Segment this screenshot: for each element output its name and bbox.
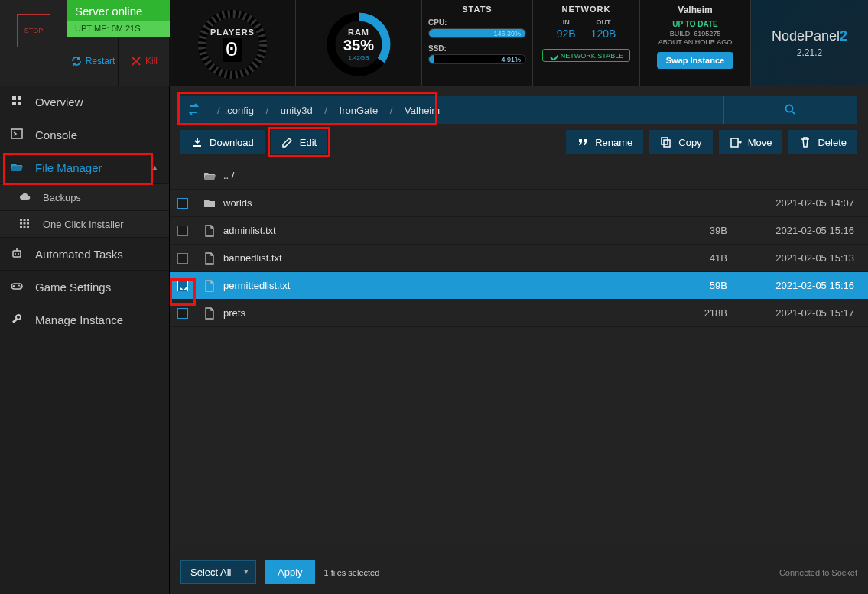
breadcrumb-segment[interactable]: unity3d <box>281 105 313 116</box>
network-title: NETWORK <box>533 5 639 14</box>
file-date: 2021-02-05 15:17 <box>727 307 857 319</box>
file-date: 2021-02-05 15:16 <box>727 280 857 291</box>
breadcrumb-segment[interactable]: Valheim <box>405 105 440 116</box>
main-panel: / .config / unity3d / IronGate / Valheim… <box>170 86 868 594</box>
edit-label: Edit <box>300 137 317 148</box>
file-row[interactable]: permittedlist.txt 59B 2021-02-05 15:16 <box>170 272 868 300</box>
file-date: 2021-02-05 14:07 <box>727 197 857 209</box>
players-gauge: PLAYERS 0 <box>170 0 296 86</box>
file-name: adminlist.txt <box>223 225 651 236</box>
path-swap-icon[interactable] <box>180 96 208 124</box>
net-out-label: OUT <box>591 18 616 26</box>
sidebar-item-label: Backups <box>43 192 81 203</box>
move-icon <box>730 136 742 148</box>
stats-title: STATS <box>428 5 526 14</box>
file-row[interactable]: prefs 218B 2021-02-05 15:17 <box>170 300 868 327</box>
breadcrumb-row: / .config / unity3d / IronGate / Valheim <box>180 96 857 124</box>
swap-instance-button[interactable]: Swap Instance <box>657 52 733 69</box>
stop-cell: STOP <box>0 0 67 86</box>
net-in-value: 92B <box>557 28 576 40</box>
file-row[interactable]: worlds 2021-02-05 14:07 <box>170 190 868 217</box>
edit-button[interactable]: Edit <box>271 130 327 154</box>
file-size: 218B <box>651 307 727 319</box>
search-button[interactable] <box>723 96 857 124</box>
file-name: worlds <box>223 197 651 209</box>
server-uptime: UPTIME: 0M 21S <box>67 21 170 37</box>
kill-button[interactable]: Kill <box>119 37 170 86</box>
grid-icon <box>11 95 24 109</box>
kill-label: Kill <box>145 56 158 67</box>
apply-button[interactable]: Apply <box>265 560 315 584</box>
download-button[interactable]: Download <box>180 130 265 154</box>
rename-button[interactable]: Rename <box>566 130 643 154</box>
sidebar-item-automated-tasks[interactable]: Automated Tasks <box>0 238 169 271</box>
sidebar-item-console[interactable]: Console <box>0 118 169 151</box>
restart-button[interactable]: Restart <box>67 37 119 86</box>
ssd-pct: 4.91% <box>501 55 521 64</box>
robot-icon <box>11 247 24 261</box>
edit-icon <box>281 136 294 148</box>
file-checkbox[interactable] <box>177 308 188 319</box>
sidebar-item-label: Game Settings <box>35 281 111 294</box>
quote-icon <box>577 136 589 148</box>
move-button[interactable]: Move <box>719 130 783 154</box>
file-size: 41B <box>651 252 727 264</box>
cpu-bar: 146.39% <box>428 28 526 38</box>
sidebar-item-one-click-installer[interactable]: One Click Installer <box>0 211 169 238</box>
breadcrumb-segment[interactable]: .config <box>225 105 254 116</box>
toolbar: Download Edit Rename Copy Move Delete <box>180 130 857 154</box>
footer: Select All Apply 1 files selected Connec… <box>170 550 868 594</box>
game-name: Valheim <box>640 5 750 15</box>
network-stable-label: NETWORK STABLE <box>561 52 623 60</box>
game-cell: Valheim UP TO DATE BUILD: 6195275 ABOUT … <box>640 0 751 86</box>
file-checkbox[interactable] <box>177 226 188 236</box>
sidebar-item-manage-instance[interactable]: Manage Instance <box>0 303 169 336</box>
folder-icon <box>196 196 223 209</box>
file-icon <box>196 307 223 320</box>
file-checkbox[interactable] <box>177 281 188 291</box>
delete-button[interactable]: Delete <box>788 130 857 154</box>
build-label: BUILD: 6195275 <box>640 30 750 37</box>
ram-pct: 35% <box>343 37 374 54</box>
trash-icon <box>799 136 811 148</box>
status-cell: Server online UPTIME: 0M 21S Restart Kil… <box>67 0 170 86</box>
header-bar: STOP Server online UPTIME: 0M 21S Restar… <box>0 0 868 86</box>
sidebar-item-label: Automated Tasks <box>35 248 123 261</box>
caret-icon: ▲ <box>151 164 158 171</box>
check-icon <box>549 51 558 60</box>
file-icon <box>196 224 223 237</box>
sidebar-item-backups[interactable]: Backups <box>0 184 169 211</box>
sidebar-item-overview[interactable]: Overview <box>0 86 169 118</box>
file-checkbox[interactable] <box>177 253 188 264</box>
copy-button[interactable]: Copy <box>649 130 712 154</box>
search-icon <box>784 103 798 117</box>
breadcrumb[interactable]: / .config / unity3d / IronGate / Valheim <box>208 96 723 124</box>
sidebar-item-file-manager[interactable]: File Manager▲ <box>0 151 169 184</box>
copy-label: Copy <box>678 137 701 148</box>
file-row[interactable]: bannedlist.txt 41B 2021-02-05 15:13 <box>170 245 868 272</box>
breadcrumb-segment[interactable]: IronGate <box>340 105 379 116</box>
net-in-label: IN <box>557 18 576 26</box>
copy-icon <box>660 136 672 148</box>
sidebar-item-game-settings[interactable]: Game Settings <box>0 271 169 303</box>
file-size: 39B <box>651 225 727 236</box>
file-icon <box>196 252 223 265</box>
file-checkbox[interactable] <box>177 198 188 209</box>
file-row[interactable]: adminlist.txt 39B 2021-02-05 15:16 <box>170 217 868 245</box>
server-status: Server online <box>67 0 170 21</box>
download-label: Download <box>210 137 254 148</box>
select-dropdown[interactable]: Select All <box>180 560 256 584</box>
gamepad-icon <box>11 280 24 294</box>
file-name: permittedlist.txt <box>223 280 651 291</box>
wrench-icon <box>11 313 24 326</box>
file-name: .. / <box>223 170 651 181</box>
build-ago: ABOUT AN HOUR AGO <box>640 38 750 46</box>
ram-gauge: RAM 35% 1.42GB <box>296 0 422 86</box>
file-size: 59B <box>651 280 727 291</box>
file-row[interactable]: .. / <box>170 162 868 190</box>
stop-button[interactable]: STOP <box>17 14 50 47</box>
cpu-pct: 146.39% <box>493 29 521 38</box>
file-name: prefs <box>223 307 651 319</box>
file-date: 2021-02-05 15:13 <box>727 252 857 264</box>
sidebar: OverviewConsoleFile Manager▲BackupsOne C… <box>0 86 170 594</box>
